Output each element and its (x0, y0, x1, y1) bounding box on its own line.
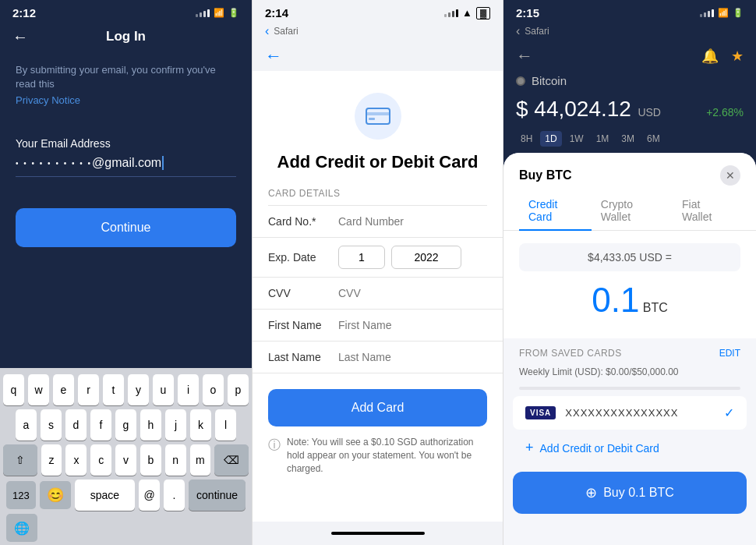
key-z[interactable]: z (41, 444, 62, 476)
wifi-icon: ▲ (462, 7, 472, 19)
keyboard-row-2: a s d f g h j k l (3, 409, 249, 441)
saved-cards-label: FROM SAVED CARDS (519, 348, 622, 359)
safari-back-icon[interactable]: ‹ (265, 24, 269, 38)
safari-back-icon[interactable]: ‹ (516, 24, 520, 38)
signal-icon (196, 9, 210, 17)
payment-tabs: Credit Card Crypto Wallet Fiat Wallet (503, 192, 756, 231)
last-name-label: Last Name (268, 351, 338, 363)
key-b[interactable]: b (140, 444, 161, 476)
time-tab-8h[interactable]: 8H (516, 131, 537, 147)
backspace-key[interactable]: ⌫ (214, 444, 249, 476)
key-p[interactable]: p (228, 374, 249, 405)
modal-title: Buy BTC (519, 168, 572, 182)
p3-nav-bar: ← 🔔 ★ (503, 41, 756, 71)
keyboard-row-4: 123 😊 space @ . continue (3, 480, 249, 511)
back-button[interactable]: ← (516, 46, 533, 66)
exp-year-input[interactable] (391, 246, 461, 269)
tab-crypto-wallet[interactable]: Crypto Wallet (592, 192, 673, 231)
continue-key[interactable]: continue (189, 480, 246, 511)
card-number-row: Card No.* (253, 206, 503, 238)
price-change: +2.68% (706, 106, 744, 119)
time-tab-1m[interactable]: 1M (592, 131, 614, 147)
svg-rect-2 (369, 118, 375, 120)
key-g[interactable]: g (115, 409, 136, 441)
buy-btc-modal: Buy BTC ✕ Credit Card Crypto Wallet Fiat… (503, 153, 756, 545)
time-tab-3m[interactable]: 3M (616, 131, 639, 147)
globe-key[interactable]: 🌐 (6, 514, 37, 542)
emoji-key[interactable]: 😊 (40, 481, 71, 509)
time-tab-6m[interactable]: 6M (642, 131, 665, 147)
key-h[interactable]: h (140, 409, 161, 441)
key-l[interactable]: l (215, 409, 236, 441)
time-tab-1w[interactable]: 1W (565, 131, 588, 147)
add-card-link[interactable]: Add Credit or Debit Card (540, 442, 659, 455)
key-c[interactable]: c (90, 444, 111, 476)
cvv-input[interactable] (338, 287, 487, 299)
key-q[interactable]: q (3, 374, 24, 405)
exp-month-input[interactable] (338, 246, 385, 269)
p3-status-bar: 2:15 📶 🔋 (503, 0, 756, 23)
section-label: CARD DETAILS (253, 188, 503, 205)
page-title: Log In (106, 29, 146, 44)
shift-key[interactable]: ⇧ (3, 444, 37, 476)
key-u[interactable]: u (153, 374, 174, 405)
key-123[interactable]: 123 (6, 481, 36, 509)
key-at[interactable]: @ (139, 480, 160, 511)
svg-rect-1 (366, 112, 390, 115)
keyboard-row-3: ⇧ z x c v b n m ⌫ (3, 444, 249, 476)
key-s[interactable]: s (41, 409, 62, 441)
buy-button[interactable]: ⊕ Buy 0.1 BTC (513, 472, 747, 514)
add-card-row[interactable]: + Add Credit or Debit Card (503, 430, 756, 465)
card-no-label: Card No.* (268, 215, 338, 228)
saved-cards-header: FROM SAVED CARDS EDIT (503, 338, 756, 365)
key-n[interactable]: n (165, 444, 186, 476)
key-v[interactable]: v (115, 444, 136, 476)
key-k[interactable]: k (190, 409, 211, 441)
tab-credit-card[interactable]: Credit Card (519, 192, 592, 231)
visa-badge: VISA (525, 406, 556, 419)
bell-icon[interactable]: 🔔 (701, 48, 719, 65)
star-icon[interactable]: ★ (731, 48, 744, 65)
key-o[interactable]: o (203, 374, 224, 405)
price-group: $ 44,024.12 USD (516, 97, 661, 122)
battery-icon: 🔋 (228, 8, 239, 18)
p2-time: 2:14 (265, 6, 288, 19)
key-m[interactable]: m (190, 444, 211, 476)
edit-button[interactable]: EDIT (719, 348, 740, 359)
weekly-limit: Weekly Limit (USD): $0.00/$50,000.00 (503, 365, 756, 384)
key-a[interactable]: a (16, 409, 37, 441)
key-w[interactable]: w (28, 374, 49, 405)
key-t[interactable]: t (103, 374, 124, 405)
close-button[interactable]: ✕ (720, 165, 740, 186)
add-card-button[interactable]: Add Card (268, 389, 487, 426)
key-period[interactable]: . (164, 480, 185, 511)
key-e[interactable]: e (53, 374, 74, 405)
tab-fiat-wallet[interactable]: Fiat Wallet (673, 192, 740, 231)
space-key[interactable]: space (75, 480, 135, 511)
saved-card-item[interactable]: VISA XXXXXXXXXXXXXXX ✓ (513, 396, 747, 430)
key-d[interactable]: d (65, 409, 87, 441)
email-field: • • • • • • • • • • @gmail.com (16, 156, 236, 177)
time-tab-1d[interactable]: 1D (540, 131, 561, 147)
last-name-input[interactable] (338, 351, 487, 363)
back-button[interactable]: ← (265, 46, 282, 66)
btc-amount: 0.1 BTC (519, 278, 740, 326)
back-button[interactable]: ← (12, 28, 28, 46)
p1-status-icons: 📶 🔋 (196, 8, 239, 18)
p3-time: 2:15 (516, 6, 539, 19)
first-name-input[interactable] (338, 319, 487, 331)
privacy-link[interactable]: Privacy Notice (0, 94, 252, 125)
key-i[interactable]: i (178, 374, 199, 405)
key-j[interactable]: j (165, 409, 186, 441)
battery-icon: 🔋 (733, 8, 744, 18)
key-y[interactable]: y (128, 374, 149, 405)
key-x[interactable]: x (65, 444, 87, 476)
p2-safari-bar: ‹ Safari (253, 23, 503, 41)
svg-rect-0 (366, 108, 390, 124)
btc-unit: BTC (643, 301, 668, 314)
key-f[interactable]: f (90, 409, 111, 441)
signal-icon (700, 9, 714, 17)
card-number-input[interactable] (338, 215, 487, 228)
continue-button[interactable]: Continue (16, 208, 236, 247)
key-r[interactable]: r (78, 374, 99, 405)
